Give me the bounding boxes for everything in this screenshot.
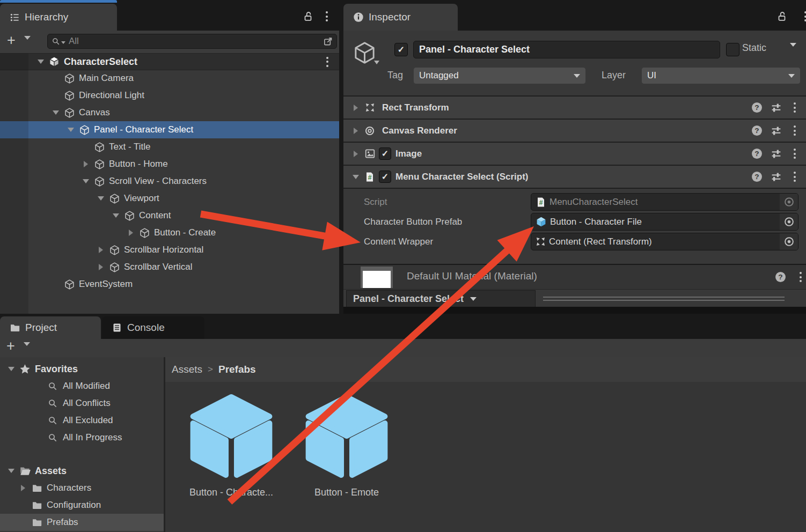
favorites-item[interactable]: All Conflicts	[0, 395, 164, 412]
breadcrumb-current[interactable]: Prefabs	[218, 364, 256, 375]
gameobject-icon-caret[interactable]	[374, 61, 379, 64]
expand-arrow-icon[interactable]	[94, 247, 108, 253]
expand-arrow-icon[interactable]	[79, 161, 93, 167]
presets-icon[interactable]	[771, 102, 782, 113]
folder-icon	[30, 483, 43, 493]
tab-console[interactable]: Console	[102, 316, 204, 339]
expand-arrow-icon[interactable]	[49, 110, 63, 115]
expand-arrow-icon[interactable]	[94, 264, 108, 270]
tab-inspector[interactable]: Inspector	[343, 4, 458, 31]
add-object-caret-icon[interactable]	[24, 40, 31, 49]
presets-icon[interactable]	[771, 125, 782, 136]
expand-arrow-icon[interactable]	[16, 485, 30, 491]
vertical-splitter[interactable]	[339, 0, 343, 314]
scene-header[interactable]: CharacterSelect	[0, 54, 339, 70]
search-filter-caret-icon[interactable]	[61, 41, 65, 44]
object-picker-icon[interactable]	[780, 213, 798, 230]
assets-root[interactable]: Assets	[0, 462, 164, 479]
component-header[interactable]: #✓Menu Character Select (Script)?	[343, 166, 806, 189]
favorites-item[interactable]: All In Progress	[0, 429, 164, 446]
component-header[interactable]: ✓Image?	[343, 143, 806, 166]
presets-icon[interactable]	[771, 148, 782, 159]
hierarchy-row[interactable]: Button - Create	[0, 224, 339, 241]
hierarchy-row[interactable]: Viewport	[0, 190, 339, 207]
tab-hierarchy[interactable]: Hierarchy	[0, 4, 117, 31]
preview-grip-icon[interactable]	[543, 297, 785, 298]
hierarchy-search-field[interactable]	[47, 34, 337, 49]
help-icon[interactable]: ?	[751, 148, 763, 159]
component-enabled-checkbox[interactable]: ✓	[379, 171, 391, 183]
component-kebab-icon[interactable]	[790, 172, 800, 182]
hierarchy-row[interactable]: Scroll View - Characters	[0, 173, 339, 190]
hierarchy-row[interactable]: Canvas	[0, 104, 339, 121]
object-picker-icon[interactable]	[780, 194, 798, 210]
scene-kebab-icon[interactable]	[323, 57, 332, 67]
tag-dropdown[interactable]: Untagged	[413, 67, 586, 84]
object-field[interactable]: Content (Rect Transform)	[531, 233, 798, 250]
object-field[interactable]: #MenuCharacterSelect	[531, 193, 798, 211]
favorites-root[interactable]: Favorites	[0, 360, 164, 378]
inspector-menu-kebab-icon[interactable]	[801, 11, 806, 21]
hierarchy-row[interactable]: Directional Light	[0, 87, 339, 104]
project-add-caret-icon[interactable]	[24, 346, 30, 356]
static-caret-icon[interactable]	[790, 47, 796, 56]
folder-item[interactable]: Configuration	[0, 497, 164, 514]
asset-item[interactable]: Button - Emote	[302, 391, 391, 481]
tab-project[interactable]: Project	[0, 316, 101, 339]
favorites-item[interactable]: All Excluded	[0, 412, 164, 429]
component-foldout-icon[interactable]	[349, 151, 363, 157]
add-object-button[interactable]: +	[7, 32, 16, 49]
component-enabled-checkbox[interactable]: ✓	[379, 147, 391, 160]
expand-arrow-icon[interactable]	[124, 230, 138, 236]
expand-arrow-icon[interactable]	[79, 179, 93, 183]
lock-icon[interactable]	[302, 10, 314, 23]
preview-dropdown[interactable]: Panel - Character Select	[346, 290, 536, 308]
hierarchy-row[interactable]: Panel - Character Select	[0, 121, 339, 138]
component-foldout-icon[interactable]	[349, 175, 363, 179]
component-kebab-icon[interactable]	[790, 102, 800, 113]
popout-icon[interactable]	[323, 36, 333, 47]
component-kebab-icon[interactable]	[790, 149, 800, 159]
component-header[interactable]: Canvas Renderer?	[343, 120, 806, 143]
material-kebab-icon[interactable]	[796, 272, 805, 282]
asset-item[interactable]: Button - Characte...	[187, 391, 276, 481]
hierarchy-row[interactable]: Content	[0, 207, 339, 224]
expand-arrow-icon[interactable]	[109, 213, 123, 218]
help-icon[interactable]: ?	[751, 171, 763, 182]
expand-arrow-icon[interactable]	[4, 469, 18, 473]
expand-arrow-icon[interactable]	[64, 128, 78, 132]
component-foldout-icon[interactable]	[349, 105, 363, 111]
gameobject-name-field[interactable]: Panel - Character Select	[413, 41, 720, 58]
object-picker-icon[interactable]	[780, 233, 798, 250]
component-foldout-icon[interactable]	[349, 128, 363, 134]
presets-icon[interactable]	[771, 171, 782, 182]
hierarchy-row[interactable]: EventSystem	[0, 276, 339, 293]
hierarchy-row[interactable]: Button - Home	[0, 156, 339, 173]
help-icon[interactable]: ?	[751, 125, 763, 136]
search-input[interactable]	[68, 35, 323, 47]
hierarchy-row[interactable]: Scrollbar Horizontal	[0, 241, 339, 258]
component-kebab-icon[interactable]	[790, 125, 800, 136]
inspector-lock-icon[interactable]	[775, 10, 788, 23]
hierarchy-row[interactable]: Scrollbar Vertical	[0, 258, 339, 276]
folder-item[interactable]: Characters	[0, 479, 164, 497]
material-help-icon[interactable]: ?	[775, 271, 786, 283]
active-checkbox[interactable]: ✓	[394, 43, 408, 56]
gameobject-cube-icon[interactable]	[352, 40, 377, 65]
favorites-item[interactable]: All Modified	[0, 378, 164, 395]
component-header[interactable]: Rect Transform?	[343, 97, 806, 120]
hierarchy-row[interactable]: Main Camera	[0, 70, 339, 87]
project-add-button[interactable]: +	[6, 338, 15, 354]
static-checkbox[interactable]	[726, 43, 739, 56]
material-section[interactable]: Default UI Material (Material) ?	[343, 264, 806, 290]
expand-arrow-icon[interactable]	[4, 367, 18, 371]
folder-item[interactable]: Prefabs	[0, 514, 164, 531]
hierarchy-menu-kebab-icon[interactable]	[322, 11, 332, 21]
layer-dropdown[interactable]: UI	[641, 67, 801, 84]
object-field[interactable]: Button - Character File	[531, 213, 798, 231]
hierarchy-tabbar: Hierarchy	[0, 0, 339, 31]
hierarchy-row[interactable]: Text - Title	[0, 138, 339, 156]
breadcrumb-root[interactable]: Assets	[172, 364, 202, 375]
expand-arrow-icon[interactable]	[94, 196, 108, 201]
help-icon[interactable]: ?	[751, 102, 763, 113]
